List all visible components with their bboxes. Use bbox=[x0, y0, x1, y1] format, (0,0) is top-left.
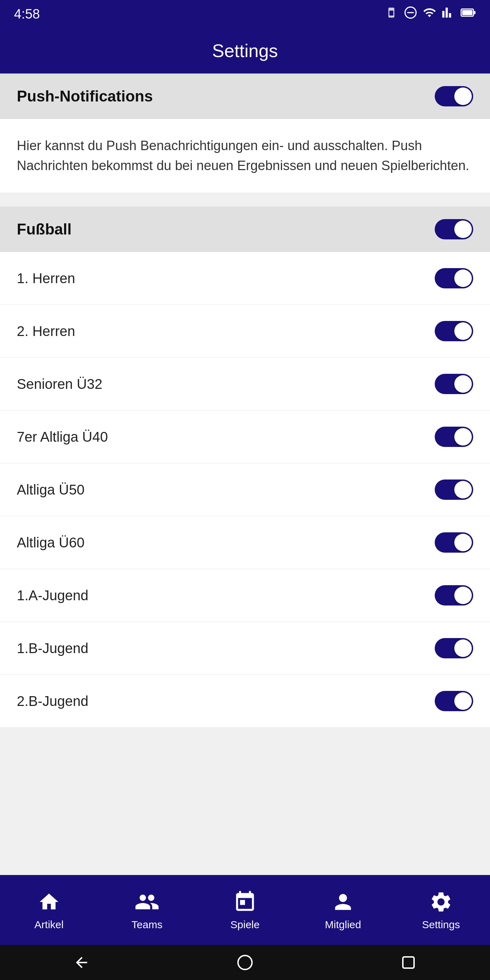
team-slider-8[interactable] bbox=[435, 691, 473, 711]
status-icons bbox=[387, 6, 476, 22]
team-slider-6[interactable] bbox=[435, 585, 473, 606]
push-notifications-label: Push-Notifications bbox=[17, 88, 153, 105]
wifi-icon bbox=[423, 6, 436, 22]
team-item-label: Senioren Ü32 bbox=[17, 376, 103, 392]
svg-rect-5 bbox=[462, 10, 472, 15]
push-notifications-slider[interactable] bbox=[435, 86, 473, 107]
push-notifications-toggle[interactable] bbox=[435, 86, 473, 107]
nav-label-spiele: Spiele bbox=[230, 919, 259, 931]
team-slider-0[interactable] bbox=[435, 268, 473, 288]
do-not-disturb-icon bbox=[404, 6, 417, 22]
team-toggle-7[interactable] bbox=[435, 638, 473, 659]
team-list-item: 1.B-Jugend bbox=[0, 622, 490, 675]
team-toggle-3[interactable] bbox=[435, 426, 473, 447]
team-list-item: 2.B-Jugend bbox=[0, 675, 490, 728]
team-item-label: Altliga Ü50 bbox=[17, 482, 84, 498]
team-item-label: 2.B-Jugend bbox=[17, 694, 89, 709]
settings-icon bbox=[428, 889, 453, 915]
svg-rect-1 bbox=[390, 11, 393, 15]
recents-button[interactable] bbox=[398, 952, 419, 973]
fussball-label: Fußball bbox=[17, 221, 72, 238]
teams-list: 1. Herren2. HerrenSenioren Ü327er Altlig… bbox=[0, 252, 490, 728]
sim-icon bbox=[387, 6, 398, 21]
team-list-item: 2. Herren bbox=[0, 305, 490, 358]
team-item-label: 2. Herren bbox=[17, 323, 75, 339]
status-time: 4:58 bbox=[14, 6, 40, 22]
team-slider-3[interactable] bbox=[435, 426, 473, 447]
svg-rect-6 bbox=[474, 11, 476, 14]
fussball-section: Fußball bbox=[0, 207, 490, 252]
status-bar: 4:58 bbox=[0, 0, 490, 28]
nav-label-settings: Settings bbox=[422, 919, 460, 931]
spiele-icon bbox=[232, 889, 258, 915]
team-toggle-8[interactable] bbox=[435, 691, 473, 711]
artikel-icon bbox=[37, 889, 62, 915]
team-slider-7[interactable] bbox=[435, 638, 473, 659]
android-nav bbox=[0, 945, 490, 980]
team-item-label: Altliga Ü60 bbox=[17, 535, 84, 550]
nav-label-mitglied: Mitglied bbox=[325, 919, 361, 931]
back-button[interactable] bbox=[71, 952, 92, 973]
nav-label-artikel: Artikel bbox=[34, 919, 64, 931]
team-slider-5[interactable] bbox=[435, 532, 473, 553]
nav-item-artikel[interactable]: Artikel bbox=[0, 884, 98, 936]
fussball-slider[interactable] bbox=[435, 219, 473, 239]
team-list-item: 7er Altliga Ü40 bbox=[0, 410, 490, 463]
push-notifications-description: Hier kannst du Push Benachrichtigungen e… bbox=[17, 136, 473, 176]
team-toggle-5[interactable] bbox=[435, 532, 473, 553]
svg-point-7 bbox=[238, 956, 252, 969]
page-title: Settings bbox=[212, 40, 278, 61]
push-notifications-section: Push-Notifications bbox=[0, 73, 490, 119]
team-item-label: 1. Herren bbox=[17, 270, 75, 286]
nav-item-settings[interactable]: Settings bbox=[392, 884, 490, 936]
team-toggle-6[interactable] bbox=[435, 585, 473, 606]
teams-icon bbox=[134, 889, 160, 915]
team-list-item: 1. Herren bbox=[0, 252, 490, 305]
team-list-item: 1.A-Jugend bbox=[0, 569, 490, 622]
mitglied-icon bbox=[330, 889, 356, 915]
team-toggle-0[interactable] bbox=[435, 268, 473, 288]
spacer-1 bbox=[0, 192, 490, 207]
team-slider-2[interactable] bbox=[435, 374, 473, 394]
nav-item-mitglied[interactable]: Mitglied bbox=[294, 884, 392, 936]
signal-icon bbox=[442, 6, 455, 22]
team-list-item: Altliga Ü60 bbox=[0, 516, 490, 569]
home-button[interactable] bbox=[234, 952, 256, 973]
nav-item-teams[interactable]: Teams bbox=[98, 884, 196, 936]
battery-icon bbox=[461, 6, 476, 21]
team-toggle-4[interactable] bbox=[435, 479, 473, 500]
nav-item-spiele[interactable]: Spiele bbox=[196, 884, 294, 936]
app-header: Settings bbox=[0, 28, 490, 73]
fussball-toggle[interactable] bbox=[435, 219, 473, 239]
team-toggle-2[interactable] bbox=[435, 374, 473, 394]
team-item-label: 1.B-Jugend bbox=[17, 641, 89, 656]
push-notifications-description-block: Hier kannst du Push Benachrichtigungen e… bbox=[0, 119, 490, 192]
team-list-item: Senioren Ü32 bbox=[0, 358, 490, 410]
settings-content: Push-Notifications Hier kannst du Push B… bbox=[0, 73, 490, 875]
team-list-item: Altliga Ü50 bbox=[0, 463, 490, 516]
team-item-label: 1.A-Jugend bbox=[17, 588, 89, 603]
team-slider-1[interactable] bbox=[435, 321, 473, 341]
team-slider-4[interactable] bbox=[435, 479, 473, 500]
screen: 4:58 bbox=[0, 0, 490, 980]
svg-rect-8 bbox=[403, 957, 414, 968]
team-item-label: 7er Altliga Ü40 bbox=[17, 429, 108, 445]
team-toggle-1[interactable] bbox=[435, 321, 473, 341]
nav-label-teams: Teams bbox=[132, 919, 162, 931]
bottom-nav: Artikel Teams Spiele bbox=[0, 875, 490, 945]
